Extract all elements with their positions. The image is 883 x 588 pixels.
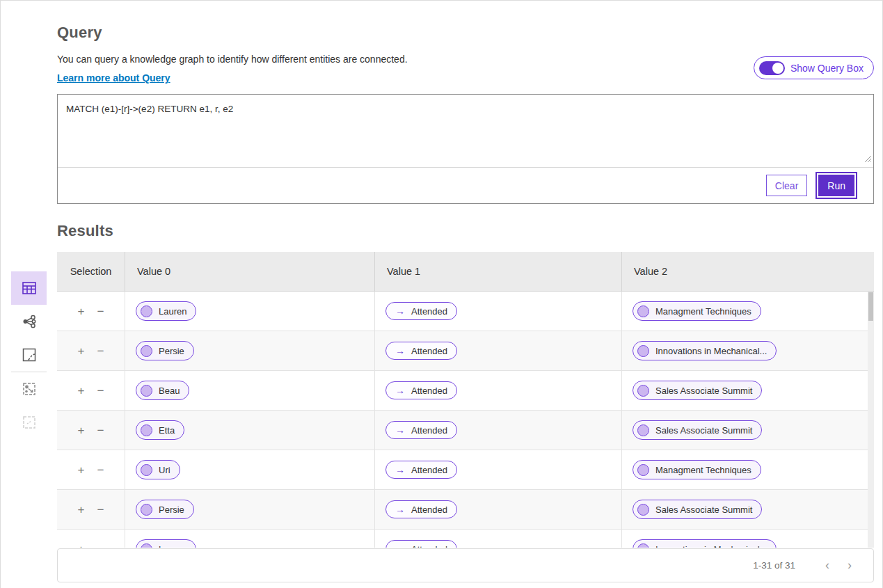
entity-circle-icon (141, 424, 152, 436)
entity-circle-icon (141, 305, 152, 317)
select-add-button[interactable]: + (77, 344, 86, 358)
entity-pill[interactable]: Lauren (136, 301, 196, 321)
entity-pill[interactable]: Managment Techniques (633, 460, 761, 479)
query-box: MATCH (e1)-[r]->(e2) RETURN e1, r, e2 Cl… (57, 94, 874, 204)
relationship-label: Attended (411, 465, 447, 475)
select-remove-button[interactable]: − (96, 423, 106, 438)
resize-handle-icon[interactable] (864, 153, 872, 166)
toggle-switch-icon[interactable] (759, 61, 785, 75)
select-add-button[interactable]: + (77, 542, 86, 548)
query-actions: Clear Run (58, 168, 873, 203)
relationship-label: Attended (411, 386, 447, 396)
select-remove-button[interactable]: − (96, 542, 106, 548)
select-add-button[interactable]: + (77, 304, 86, 319)
results-table: Selection Value 0 Value 1 Value 2 + − La… (57, 252, 874, 548)
select-remove-button[interactable]: − (96, 344, 106, 358)
select-add-button[interactable]: + (77, 423, 86, 438)
entity-circle-icon (141, 504, 152, 516)
add-to-map-icon (21, 414, 38, 431)
query-page: Query You can query a knowledge graph to… (0, 0, 883, 588)
relationship-arrow-icon: → (395, 386, 405, 395)
show-query-box-toggle[interactable]: Show Query Box (754, 56, 874, 79)
previous-page-button[interactable]: ‹ (816, 555, 838, 577)
learn-more-link[interactable]: Learn more about Query (57, 72, 170, 84)
entity-label: Lauren (159, 306, 186, 317)
entity-circle-icon (637, 424, 649, 436)
entity-circle-icon (141, 464, 152, 476)
view-switcher-rail (1, 271, 57, 439)
relationship-label: Attended (411, 425, 447, 436)
relationship-pill[interactable]: → Attended (385, 421, 457, 439)
relationship-arrow-icon: → (395, 306, 405, 316)
column-header-selection: Selection (57, 252, 125, 291)
entity-pill[interactable]: Sales Associate Summit (633, 420, 762, 440)
pagination-range-label: 1-31 of 31 (753, 560, 795, 571)
table-header: Selection Value 0 Value 1 Value 2 (57, 252, 874, 292)
entity-pill[interactable]: Beau (136, 381, 189, 400)
select-add-button[interactable]: + (77, 383, 86, 398)
clear-button[interactable]: Clear (766, 175, 807, 196)
relationship-pill[interactable]: → Attended (385, 302, 457, 320)
column-header-value1: Value 1 (374, 252, 621, 291)
relationship-pill[interactable]: → Attended (385, 500, 457, 518)
entity-circle-icon (637, 504, 649, 516)
entity-pill[interactable]: Sales Associate Summit (633, 500, 762, 519)
entity-pill[interactable]: Etta (136, 420, 184, 440)
relationship-pill[interactable]: → Attended (385, 461, 457, 479)
entity-circle-icon (141, 345, 152, 357)
next-page-button[interactable]: › (838, 555, 861, 577)
query-input[interactable]: MATCH (e1)-[r]->(e2) RETURN e1, r, e2 (58, 95, 873, 167)
add-to-link-chart-button[interactable] (11, 372, 47, 406)
table-view-button[interactable] (11, 271, 47, 305)
select-remove-button[interactable]: − (96, 304, 106, 319)
table-view-icon (21, 280, 38, 296)
relationship-label: Attended (411, 504, 447, 515)
relationship-arrow-icon: → (395, 544, 405, 548)
entity-circle-icon (637, 464, 649, 476)
table-row: + − Lauren → Attended Managment Techniqu… (57, 292, 874, 331)
entity-pill[interactable]: Persie (136, 500, 194, 519)
select-add-button[interactable]: + (77, 502, 86, 517)
select-remove-button[interactable]: − (96, 502, 106, 517)
link-chart-view-button[interactable] (11, 305, 47, 338)
entity-pill[interactable]: Lauren (136, 539, 196, 548)
scrollbar-thumb[interactable] (868, 292, 873, 321)
entity-label: Beau (159, 386, 180, 396)
entity-pill[interactable]: Sales Associate Summit (633, 381, 762, 400)
entity-label: Etta (159, 425, 175, 436)
relationship-label: Attended (411, 544, 447, 548)
select-remove-button[interactable]: − (96, 383, 106, 398)
table-row: + − Persie → Attended Sales Associate Su… (57, 490, 874, 530)
entity-label: Sales Associate Summit (655, 386, 752, 396)
entity-label: Innovations in Mechanical... (655, 346, 767, 356)
relationship-pill[interactable]: → Attended (385, 342, 457, 360)
entity-pill[interactable]: Managment Techniques (633, 301, 761, 321)
select-add-button[interactable]: + (77, 463, 86, 477)
page-title: Query (57, 24, 874, 42)
relationship-pill[interactable]: → Attended (385, 381, 457, 399)
add-to-map-button[interactable] (11, 406, 47, 439)
entity-circle-icon (637, 345, 649, 357)
run-button[interactable]: Run (818, 175, 854, 196)
entity-circle-icon (141, 385, 152, 397)
entity-label: Persie (159, 504, 184, 515)
results-title: Results (57, 222, 874, 240)
entity-pill[interactable]: Innovations in Mechanical... (633, 539, 777, 548)
entity-pill[interactable]: Innovations in Mechanical... (633, 341, 777, 360)
map-view-button[interactable] (11, 338, 47, 372)
column-header-value0: Value 0 (125, 252, 374, 291)
entity-label: Sales Associate Summit (655, 425, 752, 436)
entity-label: Managment Techniques (655, 465, 751, 475)
add-to-link-chart-icon (21, 381, 38, 397)
table-row: + − Uri → Attended Managment Techniques (57, 450, 874, 490)
entity-pill[interactable]: Persie (136, 341, 194, 360)
relationship-arrow-icon: → (395, 465, 405, 475)
entity-pill[interactable]: Uri (136, 460, 180, 479)
table-scrollbar[interactable] (868, 292, 874, 548)
relationship-arrow-icon: → (395, 425, 405, 435)
select-remove-button[interactable]: − (96, 463, 106, 477)
relationship-pill[interactable]: → Attended (385, 540, 457, 548)
relationship-arrow-icon: → (395, 504, 405, 514)
entity-label: Innovations in Mechanical... (655, 544, 767, 548)
table-body: + − Lauren → Attended Managment Techniqu… (57, 292, 874, 548)
